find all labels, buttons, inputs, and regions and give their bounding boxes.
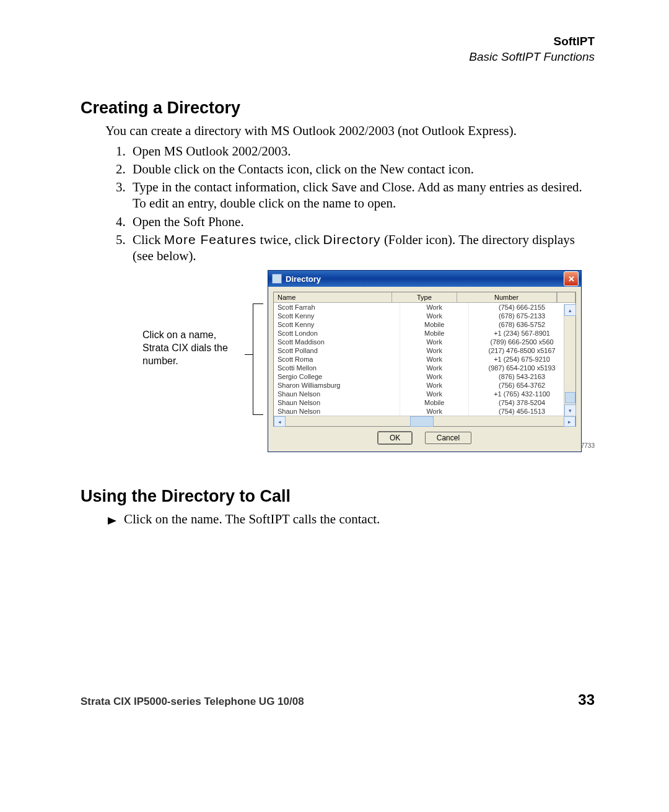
step-5: Click More Features twice, click Directo… [129, 232, 595, 264]
step-1: Open MS Outlook 2002/2003. [129, 143, 595, 159]
dialog-icon [272, 274, 282, 284]
dialog-titlebar[interactable]: Directory ✕ [268, 271, 581, 287]
scroll-right-icon[interactable]: ▸ [564, 416, 575, 427]
table-row[interactable]: Scotti MellonWork(987) 654-2100 x5193 [274, 364, 575, 372]
cancel-button[interactable]: Cancel [425, 432, 471, 444]
page-number: 33 [578, 691, 595, 709]
col-name[interactable]: Name [274, 292, 392, 302]
footer-left: Strata CIX IP5000-series Telephone UG 10… [81, 696, 304, 708]
scroll-left-icon[interactable]: ◂ [274, 416, 286, 427]
ok-button[interactable]: OK [378, 432, 412, 444]
bullet-line: Click on the name. The SoftIPT calls the… [105, 511, 595, 527]
header-subtitle: Basic SoftIPT Functions [81, 50, 595, 65]
figure-caption: Click on a name, Strata CIX dials the nu… [142, 329, 245, 367]
table-row[interactable]: Scott LondonMobile+1 (234) 567-8901 [274, 329, 575, 338]
directory-dialog: Directory ✕ Name Type Number Scott Farra… [268, 270, 582, 452]
figure: Click on a name, Strata CIX dials the nu… [105, 270, 595, 465]
close-icon[interactable]: ✕ [564, 271, 579, 286]
table-row[interactable]: Shaun NelsonMobile(754) 378-5204 [274, 398, 575, 407]
intro-text: You can create a directory with MS Outlo… [105, 123, 595, 139]
arrow-icon [108, 517, 116, 525]
hscroll-thumb[interactable] [410, 416, 434, 427]
table-row[interactable]: Scott KennyMobile(678) 636-5752 [274, 320, 575, 329]
table-row[interactable]: Sharon WilliamsburgWork(756) 654-3762 [274, 381, 575, 390]
table-row[interactable]: Scott KennyWork(678) 675-2133 [274, 312, 575, 320]
section-heading-1: Creating a Directory [81, 98, 595, 118]
dialog-title: Directory [286, 274, 321, 284]
steps-list: Open MS Outlook 2002/2003. Double click … [105, 143, 595, 264]
figure-number: 7733 [581, 442, 595, 449]
scroll-down-icon[interactable]: ▾ [564, 404, 576, 416]
table-row[interactable]: Shaun NelsonWork(754) 456-1513 [274, 407, 575, 416]
table-row[interactable]: Scott MaddisonWork(789) 666-2500 x560 [274, 338, 575, 346]
bracket-icon [253, 303, 263, 415]
step-2: Double click on the Contacts icon, click… [129, 161, 595, 177]
scroll-up-icon[interactable]: ▴ [564, 304, 576, 316]
directory-table: Name Type Number Scott FarrahWork(754) 6… [273, 292, 576, 427]
step-3: Type in the contact information, click S… [129, 179, 595, 212]
col-number[interactable]: Number [457, 292, 557, 302]
table-row[interactable]: Scott PollandWork(217) 476-8500 x5167 [274, 346, 575, 355]
table-row[interactable]: Scott RomaWork+1 (254) 675-9210 [274, 355, 575, 364]
table-row[interactable]: Scott FarrahWork(754) 666-2155 [274, 303, 575, 312]
scroll-thumb[interactable] [565, 392, 575, 403]
table-row[interactable]: Shaun NelsonWork+1 (765) 432-1100 [274, 390, 575, 398]
step-4: Open the Soft Phone. [129, 214, 595, 230]
section-heading-2: Using the Directory to Call [81, 487, 595, 506]
header-title: SoftIPT [81, 34, 595, 50]
vertical-scrollbar[interactable]: ▴ ▾ [564, 304, 575, 416]
horizontal-scrollbar[interactable]: ◂ ▸ [274, 416, 575, 426]
table-row[interactable]: Sergio CollegeWork(876) 543-2163 [274, 372, 575, 381]
col-type[interactable]: Type [392, 292, 457, 302]
